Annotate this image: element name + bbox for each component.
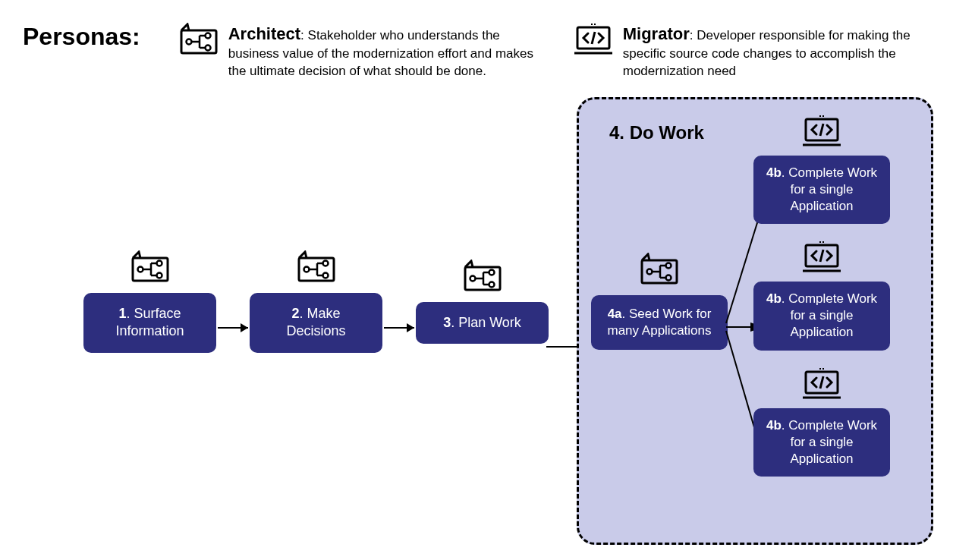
arrow-icon: [384, 327, 414, 329]
step-2-num: 2: [291, 306, 299, 321]
step-3: 3. Plan Work: [416, 260, 549, 344]
step-3-box: 3. Plan Work: [416, 302, 549, 344]
step-4b-2-box: 4b. Complete Work for a single Applicati…: [753, 282, 890, 350]
step-1: 1. Surface Information: [83, 250, 216, 353]
flow-steps: 1. Surface Information 2. Make Decisions…: [83, 250, 549, 353]
architect-icon: [296, 250, 337, 284]
step-4b-1-num: 4b: [766, 165, 782, 180]
step-4b-3-label: . Complete Work for a single Application: [782, 418, 877, 466]
step-2: 2. Make Decisions: [250, 250, 382, 353]
do-work-title: 4. Do Work: [609, 122, 704, 143]
step-4a-box: 4a. Seed Work for many Applications: [591, 295, 728, 350]
step-1-num: 1: [118, 306, 126, 321]
step-4a-label: . Seed Work for many Applications: [607, 307, 711, 338]
persona-migrator: Migrator: Developer responsible for maki…: [573, 23, 937, 80]
migrator-icon: [801, 241, 842, 274]
architect-name: Architect: [228, 24, 300, 43]
step-4b-3-box: 4b. Complete Work for a single Applicati…: [753, 408, 890, 477]
step-4b-2-num: 4b: [766, 291, 782, 306]
arrow-icon: [218, 327, 248, 329]
step-1-box: 1. Surface Information: [83, 293, 216, 353]
architect-icon: [639, 253, 680, 286]
step-2-box: 2. Make Decisions: [250, 293, 382, 353]
step-3-label: . Plan Work: [451, 315, 521, 330]
migrator-desc: Migrator: Developer responsible for maki…: [623, 23, 937, 80]
step-3-num: 3: [443, 315, 451, 330]
step-4b-3: 4b. Complete Work for a single Applicati…: [753, 367, 890, 477]
architect-desc: Architect: Stakeholder who understands t…: [228, 23, 543, 80]
migrator-icon: [801, 367, 842, 401]
step-4b-3-num: 4b: [766, 418, 782, 433]
migrator-name: Migrator: [623, 24, 690, 43]
architect-icon: [178, 23, 219, 56]
step-4b-1-box: 4b. Complete Work for a single Applicati…: [753, 156, 890, 224]
architect-icon: [462, 260, 503, 293]
migrator-icon: [573, 23, 614, 56]
personas-title: Personas:: [23, 23, 140, 51]
step-4b-2: 4b. Complete Work for a single Applicati…: [753, 241, 890, 350]
do-work-container: 4. Do Work 4a. Seed Work for many Applic…: [577, 97, 933, 545]
step-4b-1-label: . Complete Work for a single Application: [782, 165, 877, 213]
step-4b-group: 4b. Complete Work for a single Applicati…: [753, 115, 890, 493]
persona-architect: Architect: Stakeholder who understands t…: [178, 23, 543, 80]
step-4a: 4a. Seed Work for many Applications: [591, 253, 728, 350]
architect-icon: [130, 250, 171, 284]
migrator-icon: [801, 115, 842, 148]
step-4a-num: 4a: [608, 307, 622, 321]
step-4b-1: 4b. Complete Work for a single Applicati…: [753, 115, 890, 224]
step-1-label: . Surface Information: [115, 306, 184, 338]
step-4b-2-label: . Complete Work for a single Application: [782, 291, 877, 339]
personas-header: Personas: Architect: Stakeholder who und…: [23, 23, 937, 80]
